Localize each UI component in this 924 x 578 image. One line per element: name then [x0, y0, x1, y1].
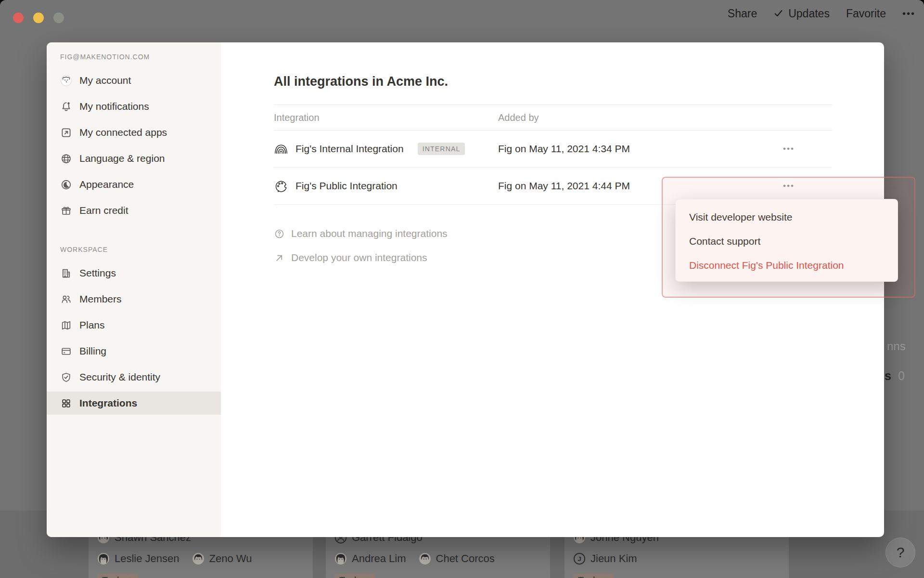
learn-managing-integrations-link[interactable]: Learn about managing integrations — [274, 222, 448, 246]
svg-text:J: J — [578, 555, 581, 563]
window-more-options-button[interactable]: ••• — [902, 8, 915, 19]
sidebar-item-my-connected-apps[interactable]: My connected apps — [47, 119, 221, 145]
card-assignee-row: J Jieun Kim — [573, 552, 780, 565]
sidebar-item-label: Settings — [79, 267, 116, 279]
row-more-options-button[interactable]: ••• — [745, 144, 832, 154]
integration-name: Fig's Internal Integration — [295, 143, 404, 155]
person-name: Zeno Wu — [209, 552, 252, 565]
footer-links: Learn about managing integrations Develo… — [274, 222, 448, 270]
hammer-icon — [125, 577, 133, 578]
moon-icon — [60, 179, 72, 191]
people-icon — [60, 293, 72, 305]
person-name: Chet Corcos — [436, 552, 495, 565]
favorite-button[interactable]: Favorite — [846, 7, 886, 20]
background-text-fragment: s — [885, 369, 891, 383]
notion-window: Share Updates Favorite ••• Shawn Sanchez… — [0, 0, 924, 578]
task-tag: Task — [97, 574, 138, 578]
settings-sidebar: FIG@MAKENOTION.COM My account My notific… — [47, 42, 221, 537]
arrow-out-box-icon — [60, 127, 72, 139]
checkmark-icon — [773, 8, 784, 19]
help-button[interactable]: ? — [886, 538, 915, 567]
column-header-added-by: Added by — [498, 112, 745, 123]
menu-item-disconnect-integration[interactable]: Disconnect Fig's Public Integration — [676, 253, 898, 277]
integration-name: Fig's Public Integration — [295, 180, 398, 192]
table-row: Fig's Internal Integration INTERNAL Fig … — [274, 131, 832, 168]
credit-card-icon — [60, 345, 72, 357]
sidebar-item-settings[interactable]: Settings — [47, 260, 221, 286]
close-window-button[interactable] — [13, 13, 24, 23]
account-email-heading: FIG@MAKENOTION.COM — [60, 53, 221, 61]
window-titlebar: Share Updates Favorite ••• — [0, 0, 924, 27]
internal-badge: INTERNAL — [418, 143, 465, 155]
updates-label: Updates — [788, 7, 830, 20]
sidebar-item-security-identity[interactable]: Security & identity — [47, 364, 221, 390]
sidebar-item-integrations[interactable]: Integrations — [47, 392, 221, 415]
updates-button[interactable]: Updates — [773, 7, 830, 20]
share-button[interactable]: Share — [728, 7, 757, 20]
menu-item-contact-support[interactable]: Contact support — [676, 229, 898, 253]
person-avatar — [419, 552, 431, 565]
added-by-value: Fig on May 11, 2021 4:44 PM — [498, 180, 745, 192]
sidebar-item-language-region[interactable]: Language & region — [47, 145, 221, 171]
column-header-integration: Integration — [274, 112, 498, 123]
sidebar-item-billing[interactable]: Billing — [47, 338, 221, 364]
minimize-window-button[interactable] — [33, 13, 44, 23]
palette-doodle-icon — [274, 179, 288, 193]
sidebar-item-my-account[interactable]: My account — [47, 67, 221, 93]
person-name: Andrea Lim — [352, 552, 406, 565]
sidebar-item-label: Integrations — [79, 397, 137, 409]
building-icon — [60, 267, 72, 279]
task-tag: Task — [573, 574, 614, 578]
table-header-row: Integration Added by — [274, 105, 832, 131]
develop-integrations-link[interactable]: Develop your own integrations — [274, 246, 448, 270]
person-name: Jieun Kim — [590, 552, 637, 565]
workspace-heading: WORKSPACE — [60, 246, 221, 253]
settings-dialog: FIG@MAKENOTION.COM My account My notific… — [47, 42, 884, 537]
sidebar-item-members[interactable]: Members — [47, 286, 221, 312]
avatar-icon — [60, 75, 72, 87]
arcs-doodle-icon — [274, 142, 288, 156]
person-avatar — [97, 552, 110, 565]
page-title: All integrations in Acme Inc. — [274, 74, 448, 89]
initial-avatar: J — [573, 552, 586, 565]
sidebar-item-label: Security & identity — [79, 371, 160, 383]
traffic-lights — [13, 13, 64, 23]
hammer-icon — [601, 577, 609, 578]
shield-check-icon — [60, 371, 72, 383]
hammer-icon — [362, 577, 371, 578]
arrow-up-right-icon — [274, 252, 285, 263]
row-more-options-button[interactable]: ••• — [745, 181, 832, 191]
bell-icon — [60, 101, 72, 113]
sidebar-item-label: Language & region — [79, 153, 165, 164]
sidebar-item-plans[interactable]: Plans — [47, 312, 221, 338]
help-circle-icon — [274, 228, 285, 239]
sidebar-item-label: Members — [79, 293, 122, 305]
sidebar-item-my-notifications[interactable]: My notifications — [47, 93, 221, 119]
sidebar-item-earn-credit[interactable]: Earn credit — [47, 197, 221, 223]
background-count-fragment: 0 — [898, 369, 905, 383]
sidebar-item-label: Billing — [79, 345, 106, 357]
integration-context-menu: Visit developer website Contact support … — [675, 199, 898, 282]
sidebar-item-appearance[interactable]: Appearance — [47, 171, 221, 197]
menu-item-visit-developer-website[interactable]: Visit developer website — [676, 205, 898, 229]
map-icon — [60, 319, 72, 331]
sidebar-item-label: Plans — [79, 319, 105, 331]
sidebar-item-label: Appearance — [79, 179, 134, 190]
task-tag-label: Task — [578, 575, 598, 578]
card-assignee-row: Andrea Lim Chet Corcos — [334, 552, 541, 565]
link-label: Learn about managing integrations — [291, 228, 448, 239]
sidebar-item-label: My connected apps — [79, 127, 167, 138]
globe-icon — [60, 153, 72, 165]
grid-icon — [60, 397, 72, 409]
task-tag-label: Task — [339, 575, 359, 578]
person-name: Leslie Jensen — [115, 552, 180, 565]
zoom-window-button[interactable] — [53, 13, 64, 23]
person-avatar — [192, 552, 205, 565]
background-text-fragment: nns — [887, 340, 906, 353]
integrations-panel: All integrations in Acme Inc. Integratio… — [221, 42, 884, 537]
gift-icon — [60, 205, 72, 217]
task-tag: Task — [334, 574, 375, 578]
sidebar-item-label: My notifications — [79, 101, 149, 112]
titlebar-actions: Share Updates Favorite ••• — [728, 0, 915, 27]
added-by-value: Fig on May 11, 2021 4:34 PM — [498, 143, 745, 155]
